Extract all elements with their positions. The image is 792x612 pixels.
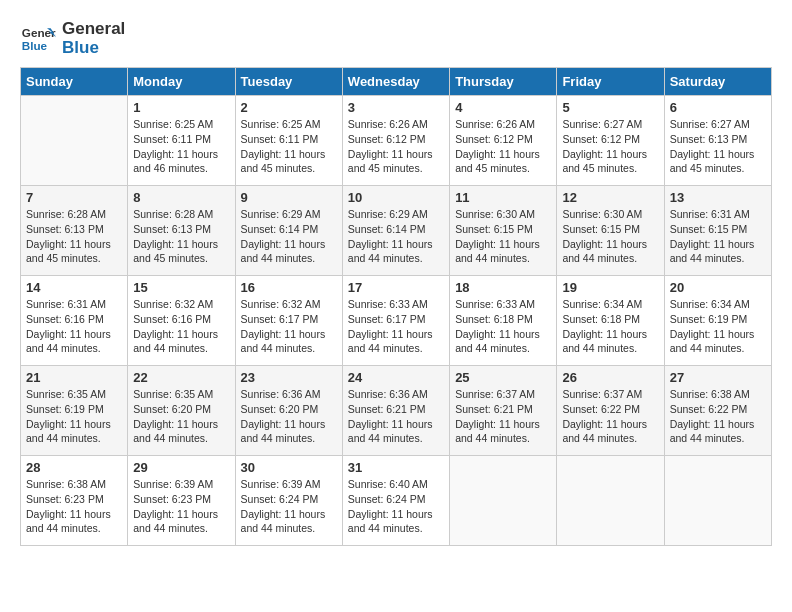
column-header-thursday: Thursday	[450, 68, 557, 96]
day-info: Sunrise: 6:37 AMSunset: 6:21 PMDaylight:…	[455, 387, 551, 446]
day-number: 26	[562, 370, 658, 385]
svg-text:Blue: Blue	[22, 38, 48, 51]
calendar-cell: 6Sunrise: 6:27 AMSunset: 6:13 PMDaylight…	[664, 96, 771, 186]
calendar-cell: 5Sunrise: 6:27 AMSunset: 6:12 PMDaylight…	[557, 96, 664, 186]
day-info: Sunrise: 6:35 AMSunset: 6:19 PMDaylight:…	[26, 387, 122, 446]
column-header-sunday: Sunday	[21, 68, 128, 96]
calendar-week-4: 21Sunrise: 6:35 AMSunset: 6:19 PMDayligh…	[21, 366, 772, 456]
column-header-tuesday: Tuesday	[235, 68, 342, 96]
logo-blue: Blue	[62, 39, 125, 58]
day-number: 16	[241, 280, 337, 295]
calendar-cell: 7Sunrise: 6:28 AMSunset: 6:13 PMDaylight…	[21, 186, 128, 276]
calendar-cell: 18Sunrise: 6:33 AMSunset: 6:18 PMDayligh…	[450, 276, 557, 366]
day-number: 13	[670, 190, 766, 205]
day-info: Sunrise: 6:38 AMSunset: 6:23 PMDaylight:…	[26, 477, 122, 536]
day-number: 11	[455, 190, 551, 205]
day-number: 14	[26, 280, 122, 295]
calendar-cell	[450, 456, 557, 546]
day-info: Sunrise: 6:25 AMSunset: 6:11 PMDaylight:…	[133, 117, 229, 176]
day-number: 28	[26, 460, 122, 475]
calendar-table: SundayMondayTuesdayWednesdayThursdayFrid…	[20, 67, 772, 546]
day-info: Sunrise: 6:29 AMSunset: 6:14 PMDaylight:…	[241, 207, 337, 266]
day-info: Sunrise: 6:37 AMSunset: 6:22 PMDaylight:…	[562, 387, 658, 446]
day-number: 24	[348, 370, 444, 385]
day-number: 6	[670, 100, 766, 115]
calendar-cell: 29Sunrise: 6:39 AMSunset: 6:23 PMDayligh…	[128, 456, 235, 546]
day-info: Sunrise: 6:39 AMSunset: 6:24 PMDaylight:…	[241, 477, 337, 536]
day-info: Sunrise: 6:28 AMSunset: 6:13 PMDaylight:…	[133, 207, 229, 266]
day-number: 22	[133, 370, 229, 385]
day-info: Sunrise: 6:30 AMSunset: 6:15 PMDaylight:…	[562, 207, 658, 266]
day-info: Sunrise: 6:26 AMSunset: 6:12 PMDaylight:…	[348, 117, 444, 176]
column-header-saturday: Saturday	[664, 68, 771, 96]
day-number: 10	[348, 190, 444, 205]
calendar-cell: 10Sunrise: 6:29 AMSunset: 6:14 PMDayligh…	[342, 186, 449, 276]
day-info: Sunrise: 6:32 AMSunset: 6:16 PMDaylight:…	[133, 297, 229, 356]
calendar-cell: 24Sunrise: 6:36 AMSunset: 6:21 PMDayligh…	[342, 366, 449, 456]
day-number: 2	[241, 100, 337, 115]
day-number: 9	[241, 190, 337, 205]
column-header-monday: Monday	[128, 68, 235, 96]
calendar-week-3: 14Sunrise: 6:31 AMSunset: 6:16 PMDayligh…	[21, 276, 772, 366]
calendar-cell: 21Sunrise: 6:35 AMSunset: 6:19 PMDayligh…	[21, 366, 128, 456]
day-number: 18	[455, 280, 551, 295]
day-info: Sunrise: 6:32 AMSunset: 6:17 PMDaylight:…	[241, 297, 337, 356]
day-number: 19	[562, 280, 658, 295]
calendar-cell: 26Sunrise: 6:37 AMSunset: 6:22 PMDayligh…	[557, 366, 664, 456]
calendar-cell: 19Sunrise: 6:34 AMSunset: 6:18 PMDayligh…	[557, 276, 664, 366]
calendar-cell: 22Sunrise: 6:35 AMSunset: 6:20 PMDayligh…	[128, 366, 235, 456]
calendar-cell	[557, 456, 664, 546]
day-info: Sunrise: 6:31 AMSunset: 6:16 PMDaylight:…	[26, 297, 122, 356]
day-info: Sunrise: 6:39 AMSunset: 6:23 PMDaylight:…	[133, 477, 229, 536]
calendar-cell: 20Sunrise: 6:34 AMSunset: 6:19 PMDayligh…	[664, 276, 771, 366]
calendar-cell: 9Sunrise: 6:29 AMSunset: 6:14 PMDaylight…	[235, 186, 342, 276]
day-info: Sunrise: 6:27 AMSunset: 6:12 PMDaylight:…	[562, 117, 658, 176]
day-info: Sunrise: 6:29 AMSunset: 6:14 PMDaylight:…	[348, 207, 444, 266]
calendar-cell	[664, 456, 771, 546]
calendar-cell: 11Sunrise: 6:30 AMSunset: 6:15 PMDayligh…	[450, 186, 557, 276]
logo-general: General	[62, 20, 125, 39]
calendar-cell: 15Sunrise: 6:32 AMSunset: 6:16 PMDayligh…	[128, 276, 235, 366]
day-number: 29	[133, 460, 229, 475]
calendar-cell: 17Sunrise: 6:33 AMSunset: 6:17 PMDayligh…	[342, 276, 449, 366]
calendar-cell: 4Sunrise: 6:26 AMSunset: 6:12 PMDaylight…	[450, 96, 557, 186]
logo-icon: General Blue	[20, 21, 56, 57]
day-number: 7	[26, 190, 122, 205]
day-number: 23	[241, 370, 337, 385]
calendar-cell: 23Sunrise: 6:36 AMSunset: 6:20 PMDayligh…	[235, 366, 342, 456]
day-info: Sunrise: 6:33 AMSunset: 6:18 PMDaylight:…	[455, 297, 551, 356]
day-info: Sunrise: 6:26 AMSunset: 6:12 PMDaylight:…	[455, 117, 551, 176]
day-number: 31	[348, 460, 444, 475]
logo: General Blue General Blue	[20, 20, 125, 57]
calendar-cell: 31Sunrise: 6:40 AMSunset: 6:24 PMDayligh…	[342, 456, 449, 546]
day-info: Sunrise: 6:36 AMSunset: 6:21 PMDaylight:…	[348, 387, 444, 446]
day-info: Sunrise: 6:25 AMSunset: 6:11 PMDaylight:…	[241, 117, 337, 176]
day-number: 3	[348, 100, 444, 115]
calendar-cell: 13Sunrise: 6:31 AMSunset: 6:15 PMDayligh…	[664, 186, 771, 276]
calendar-cell: 14Sunrise: 6:31 AMSunset: 6:16 PMDayligh…	[21, 276, 128, 366]
day-info: Sunrise: 6:38 AMSunset: 6:22 PMDaylight:…	[670, 387, 766, 446]
calendar-week-2: 7Sunrise: 6:28 AMSunset: 6:13 PMDaylight…	[21, 186, 772, 276]
page-header: General Blue General Blue	[20, 20, 772, 57]
day-info: Sunrise: 6:33 AMSunset: 6:17 PMDaylight:…	[348, 297, 444, 356]
column-header-friday: Friday	[557, 68, 664, 96]
day-number: 4	[455, 100, 551, 115]
calendar-cell: 2Sunrise: 6:25 AMSunset: 6:11 PMDaylight…	[235, 96, 342, 186]
day-number: 20	[670, 280, 766, 295]
day-number: 27	[670, 370, 766, 385]
day-info: Sunrise: 6:40 AMSunset: 6:24 PMDaylight:…	[348, 477, 444, 536]
day-number: 17	[348, 280, 444, 295]
day-number: 15	[133, 280, 229, 295]
calendar-cell: 28Sunrise: 6:38 AMSunset: 6:23 PMDayligh…	[21, 456, 128, 546]
calendar-cell: 8Sunrise: 6:28 AMSunset: 6:13 PMDaylight…	[128, 186, 235, 276]
calendar-week-5: 28Sunrise: 6:38 AMSunset: 6:23 PMDayligh…	[21, 456, 772, 546]
day-info: Sunrise: 6:36 AMSunset: 6:20 PMDaylight:…	[241, 387, 337, 446]
day-number: 12	[562, 190, 658, 205]
calendar-cell: 16Sunrise: 6:32 AMSunset: 6:17 PMDayligh…	[235, 276, 342, 366]
day-info: Sunrise: 6:34 AMSunset: 6:18 PMDaylight:…	[562, 297, 658, 356]
day-info: Sunrise: 6:28 AMSunset: 6:13 PMDaylight:…	[26, 207, 122, 266]
day-number: 30	[241, 460, 337, 475]
calendar-week-1: 1Sunrise: 6:25 AMSunset: 6:11 PMDaylight…	[21, 96, 772, 186]
calendar-cell: 25Sunrise: 6:37 AMSunset: 6:21 PMDayligh…	[450, 366, 557, 456]
calendar-cell: 30Sunrise: 6:39 AMSunset: 6:24 PMDayligh…	[235, 456, 342, 546]
